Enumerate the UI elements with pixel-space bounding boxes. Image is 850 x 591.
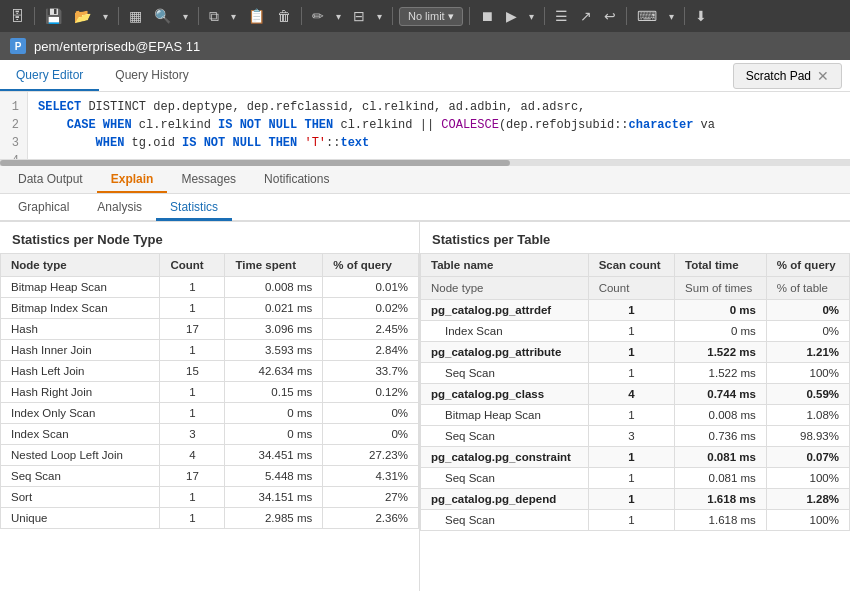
- col-pct-query2: % of query: [766, 254, 849, 277]
- divider-4: [301, 7, 302, 25]
- commit-icon[interactable]: ↗: [576, 5, 596, 27]
- table-row: Hash Inner Join 1 3.593 ms 2.84%: [1, 340, 419, 361]
- table-icon[interactable]: ▦: [125, 5, 146, 27]
- run-icon[interactable]: ▶: [502, 5, 521, 27]
- macro-icon[interactable]: ⌨: [633, 5, 661, 27]
- col-scan-count: Scan count: [588, 254, 674, 277]
- code-hscrollbar-thumb[interactable]: [0, 160, 510, 166]
- subcol-sum-times: Sum of times: [675, 277, 767, 300]
- cell-pct: 4.31%: [323, 466, 419, 487]
- chevron-down5-icon[interactable]: ▾: [373, 8, 386, 25]
- subtab-statistics[interactable]: Statistics: [156, 195, 232, 221]
- search-icon[interactable]: 🔍: [150, 5, 175, 27]
- cell-node: Seq Scan: [421, 468, 589, 489]
- cell-count: 1: [588, 510, 674, 531]
- code-content[interactable]: SELECT DISTINCT dep.deptype, dep.refclas…: [28, 92, 850, 159]
- cell-pct: 2.45%: [323, 319, 419, 340]
- chevron-down4-icon[interactable]: ▾: [332, 8, 345, 25]
- cell-sum: 0.008 ms: [675, 405, 767, 426]
- cell-node: Seq Scan: [1, 466, 160, 487]
- cell-time: 2.985 ms: [225, 508, 323, 529]
- subtab-graphical[interactable]: Graphical: [4, 195, 83, 221]
- edit-icon[interactable]: ✏: [308, 5, 328, 27]
- cell-count: 17: [160, 466, 225, 487]
- cell-count: 1: [160, 508, 225, 529]
- table-group-header: pg_catalog.pg_constraint 1 0.081 ms 0.07…: [421, 447, 850, 468]
- cell-sum: 0.736 ms: [675, 426, 767, 447]
- code-hscrollbar[interactable]: [0, 160, 850, 166]
- cell-pct-query: 0.07%: [766, 447, 849, 468]
- chevron-down-icon[interactable]: ▾: [99, 8, 112, 25]
- cell-node: Seq Scan: [421, 426, 589, 447]
- cell-count: 1: [588, 363, 674, 384]
- table-group-header: pg_catalog.pg_attribute 1 1.522 ms 1.21%: [421, 342, 850, 363]
- chevron-down3-icon[interactable]: ▾: [227, 8, 240, 25]
- tab-query-editor[interactable]: Query Editor: [0, 60, 99, 91]
- cell-node: Bitmap Index Scan: [1, 298, 160, 319]
- cell-pct: 0.02%: [323, 298, 419, 319]
- filter-icon[interactable]: ⊟: [349, 5, 369, 27]
- cell-pct-table: 98.93%: [766, 426, 849, 447]
- download-icon[interactable]: ⬇: [691, 5, 711, 27]
- tab-notifications[interactable]: Notifications: [250, 166, 343, 193]
- db-icon[interactable]: 🗄: [6, 5, 28, 27]
- stats-per-node-section: Statistics per Node Type Node type Count…: [0, 222, 420, 591]
- cell-pct: 33.7%: [323, 361, 419, 382]
- table-row: Index Only Scan 1 0 ms 0%: [1, 403, 419, 424]
- divider-2: [118, 7, 119, 25]
- tab-messages[interactable]: Messages: [167, 166, 250, 193]
- paste-icon[interactable]: 📋: [244, 5, 269, 27]
- line-numbers: 1 2 3 4: [0, 92, 28, 159]
- cell-total-time: 1.522 ms: [675, 342, 767, 363]
- chevron-down6-icon[interactable]: ▾: [525, 8, 538, 25]
- rollback-icon[interactable]: ↩: [600, 5, 620, 27]
- chevron-down7-icon[interactable]: ▾: [665, 8, 678, 25]
- delete-icon[interactable]: 🗑: [273, 5, 295, 27]
- cell-pct: 2.84%: [323, 340, 419, 361]
- cell-pct-query: 0.59%: [766, 384, 849, 405]
- explain-icon[interactable]: ☰: [551, 5, 572, 27]
- cell-pct: 27%: [323, 487, 419, 508]
- divider-8: [626, 7, 627, 25]
- table-row: Index Scan 1 0 ms 0%: [421, 321, 850, 342]
- divider-5: [392, 7, 393, 25]
- col-total-time: Total time: [675, 254, 767, 277]
- copy-icon[interactable]: ⧉: [205, 5, 223, 28]
- open-icon[interactable]: 📂: [70, 5, 95, 27]
- subcol-count: Count: [588, 277, 674, 300]
- cell-time: 42.634 ms: [225, 361, 323, 382]
- cell-count: 3: [588, 426, 674, 447]
- save-icon[interactable]: 💾: [41, 5, 66, 27]
- tab-data-output[interactable]: Data Output: [4, 166, 97, 193]
- cell-node: Hash Left Join: [1, 361, 160, 382]
- cell-sum: 0.081 ms: [675, 468, 767, 489]
- tab-query-history[interactable]: Query History: [99, 60, 204, 91]
- chevron-down2-icon[interactable]: ▾: [179, 8, 192, 25]
- stats-per-node-title: Statistics per Node Type: [0, 222, 419, 253]
- stats-per-node-table: Node type Count Time spent % of query Bi…: [0, 253, 419, 529]
- cell-time: 34.451 ms: [225, 445, 323, 466]
- cell-node: Index Scan: [1, 424, 160, 445]
- cell-pct-table: 1.08%: [766, 405, 849, 426]
- scratch-pad-button[interactable]: Scratch Pad ✕: [733, 63, 842, 89]
- stop-icon[interactable]: ⏹: [476, 5, 498, 27]
- cell-count: 1: [160, 298, 225, 319]
- cell-pct: 0.01%: [323, 277, 419, 298]
- col-pct-query: % of query: [323, 254, 419, 277]
- scratch-pad-close-icon[interactable]: ✕: [817, 68, 829, 84]
- table-row: Index Scan 3 0 ms 0%: [1, 424, 419, 445]
- cell-count: 1: [160, 487, 225, 508]
- code-editor[interactable]: 1 2 3 4 SELECT DISTINCT dep.deptype, dep…: [0, 92, 850, 160]
- cell-node: Hash Inner Join: [1, 340, 160, 361]
- divider-6: [469, 7, 470, 25]
- tab-explain[interactable]: Explain: [97, 166, 168, 193]
- sub-tabs-bar: Graphical Analysis Statistics: [0, 194, 850, 222]
- col-table-name: Table name: [421, 254, 589, 277]
- no-limit-select[interactable]: No limit ▾: [399, 7, 463, 26]
- cell-total-time: 0.081 ms: [675, 447, 767, 468]
- table-row: Bitmap Heap Scan 1 0.008 ms 0.01%: [1, 277, 419, 298]
- main-content-area: Statistics per Node Type Node type Count…: [0, 222, 850, 591]
- cell-node: Bitmap Heap Scan: [1, 277, 160, 298]
- subtab-analysis[interactable]: Analysis: [83, 195, 156, 221]
- divider-3: [198, 7, 199, 25]
